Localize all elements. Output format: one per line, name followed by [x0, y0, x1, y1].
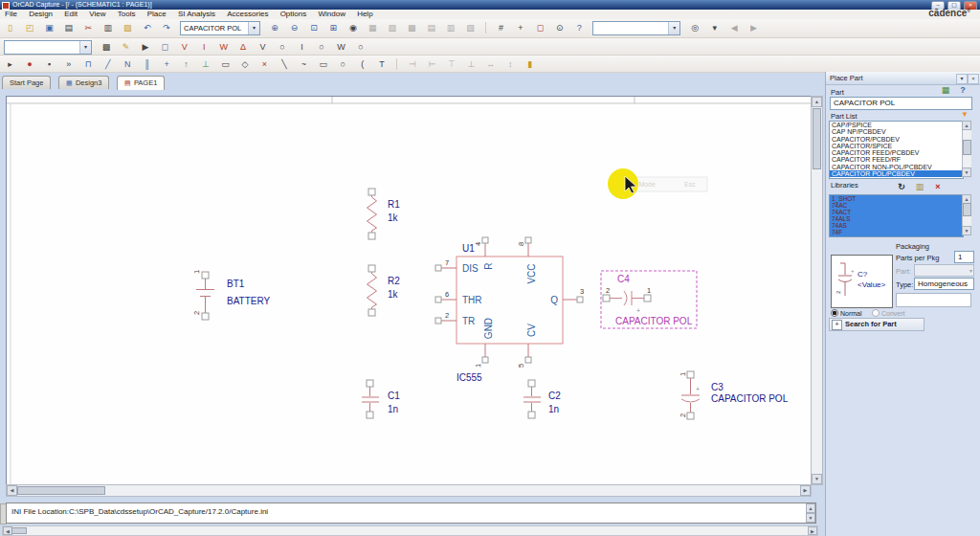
place-no-connect-icon[interactable]: ×: [257, 57, 272, 71]
scroll-left-icon[interactable]: ◀: [7, 485, 17, 496]
part-list-item[interactable]: CAP NP/PCBDEV: [830, 128, 963, 135]
current-marker-icon[interactable]: I: [197, 40, 212, 54]
hierarchy-down-icon[interactable]: ▨: [385, 21, 399, 34]
place-part-header[interactable]: Place Part ▾ ×: [826, 72, 980, 85]
zoom-all-icon[interactable]: ⊞: [326, 21, 341, 34]
cut-icon[interactable]: ✂: [81, 21, 96, 34]
edit-simulation-profile-icon[interactable]: ✎: [119, 40, 133, 54]
zoom-in-icon[interactable]: ⊕: [268, 21, 282, 34]
simulation-profile-combo[interactable]: ▾: [4, 40, 92, 55]
find-binoculars-icon[interactable]: ◎: [688, 21, 702, 34]
library-item[interactable]: 74ALS: [830, 215, 963, 222]
paste-icon[interactable]: ▧: [121, 21, 135, 34]
voltage-marker-icon[interactable]: V: [177, 40, 191, 54]
menu-options[interactable]: Options: [276, 10, 312, 19]
convert-radio[interactable]: Convert: [872, 309, 905, 317]
part-list-item[interactable]: CAPACITOR/SPICE: [830, 143, 963, 149]
part-list-item[interactable]: CAPACITOR/PCBDEV: [830, 136, 963, 143]
combo-arrow-icon[interactable]: ▾: [248, 22, 259, 34]
menu-accessories[interactable]: Accessories: [222, 10, 273, 19]
distribute-vertical-icon[interactable]: ↕: [503, 57, 518, 71]
align-bottom-icon[interactable]: ⊥: [464, 57, 479, 71]
menu-view[interactable]: View: [84, 10, 110, 19]
place-polyline-icon[interactable]: ~: [297, 57, 311, 71]
part-list-scroll-down-icon[interactable]: ▼: [962, 168, 971, 177]
scroll-down-icon[interactable]: ▼: [812, 474, 822, 484]
scroll-right-icon[interactable]: ▶: [800, 485, 811, 496]
component-u1[interactable]: 7 6 2 4 8 3 1 5 DIS THR TR R VCC Q GND: [435, 237, 584, 383]
macro-play-icon[interactable]: ▪: [42, 57, 56, 71]
log-vertical-scrollbar[interactable]: ▲ ▼: [806, 503, 815, 523]
highlight-icon[interactable]: ▮: [523, 57, 537, 71]
part-list-item[interactable]: CAP/PSPICE: [830, 122, 963, 128]
bias-current-display-icon[interactable]: ○: [314, 40, 328, 54]
menu-help[interactable]: Help: [352, 10, 377, 19]
libraries-scrollbar[interactable]: ▲ ▼: [962, 194, 971, 235]
copy-icon[interactable]: ▥: [100, 21, 115, 34]
go-back-icon[interactable]: ◀: [727, 21, 742, 34]
part-list-item[interactable]: CAPACITOR NON-POL/PCBDEV: [830, 164, 963, 170]
part-list-item[interactable]: CAPACITOR FEED/RF: [830, 156, 963, 163]
place-arc-icon[interactable]: (: [355, 57, 369, 71]
zoom-selection-icon[interactable]: ⊙: [552, 21, 567, 34]
menu-si-analysis[interactable]: SI Analysis: [173, 10, 220, 19]
library-item[interactable]: 74F: [830, 229, 963, 235]
place-wire-icon[interactable]: ╱: [100, 57, 115, 71]
align-left-icon[interactable]: ⊣: [406, 57, 420, 71]
vscroll-thumb[interactable]: [813, 108, 821, 169]
macro-record-icon[interactable]: ●: [22, 57, 36, 71]
help-icon[interactable]: ?: [572, 21, 587, 34]
part-help-icon[interactable]: ?: [956, 84, 969, 96]
panel-close-icon[interactable]: ×: [968, 74, 979, 84]
component-c4-placing[interactable]: 2 1 + C4 CAPACITOR POL: [601, 271, 697, 328]
place-hierarchical-block-icon[interactable]: ▭: [218, 57, 233, 71]
menu-design[interactable]: Design: [24, 10, 57, 19]
libraries-thumb[interactable]: [963, 203, 971, 216]
place-power-icon[interactable]: ↑: [179, 57, 193, 71]
panel-pin-icon[interactable]: ▾: [956, 74, 968, 84]
netlist-icon[interactable]: ▥: [444, 21, 458, 34]
menu-file[interactable]: File: [0, 10, 22, 19]
log-scroll-right-icon[interactable]: ▶: [808, 526, 817, 535]
area-select-icon[interactable]: ◻: [533, 21, 547, 34]
place-bus-icon[interactable]: ║: [140, 57, 154, 71]
bias-power-toggle-icon[interactable]: W: [334, 40, 348, 54]
new-simulation-profile-icon[interactable]: ▩: [99, 40, 113, 54]
component-c2[interactable]: C2 1n: [523, 380, 561, 418]
place-text-icon[interactable]: T: [375, 57, 390, 71]
fisheye-view-icon[interactable]: ◉: [345, 21, 360, 34]
libraries-list[interactable]: 1_SHOT 74AC 74ACT 74ALS 74AS 74F: [829, 194, 964, 237]
log-scroll-down-icon[interactable]: ▼: [806, 513, 815, 523]
canvas-horizontal-scrollbar[interactable]: ◀ ▶: [6, 484, 812, 497]
bias-voltage-toggle-icon[interactable]: V: [256, 40, 270, 54]
component-bt1[interactable]: 1 2 BT1 BATTERY: [192, 270, 271, 320]
part-list[interactable]: CAP/PSPICE CAP NP/PCBDEV CAPACITOR/PCBDE…: [829, 121, 964, 179]
differential-marker-icon[interactable]: Δ: [236, 40, 251, 54]
hierarchy-up-icon[interactable]: ▦: [366, 21, 380, 34]
component-r2[interactable]: R2 1k: [368, 265, 401, 316]
remove-library-icon[interactable]: ×: [931, 181, 945, 192]
schematic-canvas[interactable]: 1 2 BT1 BATTERY R1 1k: [6, 96, 812, 485]
bias-voltage-display-icon[interactable]: ○: [276, 40, 290, 54]
place-ground-icon[interactable]: ⊥: [199, 57, 213, 71]
align-right-icon[interactable]: ⊢: [425, 57, 439, 71]
expand-search-icon[interactable]: +: [832, 320, 842, 330]
bom-icon[interactable]: ▧: [463, 21, 478, 34]
tab-start-page[interactable]: Start Page: [2, 76, 51, 89]
scroll-up-icon[interactable]: ▲: [812, 97, 822, 107]
part-list-item[interactable]: CAPACITOR FEED/PCBDEV: [830, 149, 963, 156]
library-item[interactable]: 1_SHOT: [830, 195, 963, 202]
refresh-library-icon[interactable]: ↻: [895, 181, 908, 192]
tab-design3[interactable]: ▦Design3: [58, 76, 110, 89]
run-pspice-icon[interactable]: ▶: [138, 40, 152, 54]
menu-edit[interactable]: Edit: [59, 10, 82, 19]
component-c3[interactable]: 1 2 + C3 CAPACITOR POL: [679, 371, 789, 419]
part-name-input[interactable]: CAPACITOR POL: [830, 97, 972, 110]
filter-funnel-icon[interactable]: ▼: [958, 109, 971, 121]
part-list-scroll-up-icon[interactable]: ▲: [962, 121, 971, 130]
bias-power-display-icon[interactable]: ○: [353, 40, 368, 54]
pointer-tool-icon[interactable]: ▸: [3, 57, 17, 71]
part-list-item-selected[interactable]: CAPACITOR POL/PCBDEV: [830, 170, 963, 177]
component-c1[interactable]: C1 1n: [362, 380, 400, 418]
place-rectangle-icon[interactable]: ▭: [316, 57, 330, 71]
